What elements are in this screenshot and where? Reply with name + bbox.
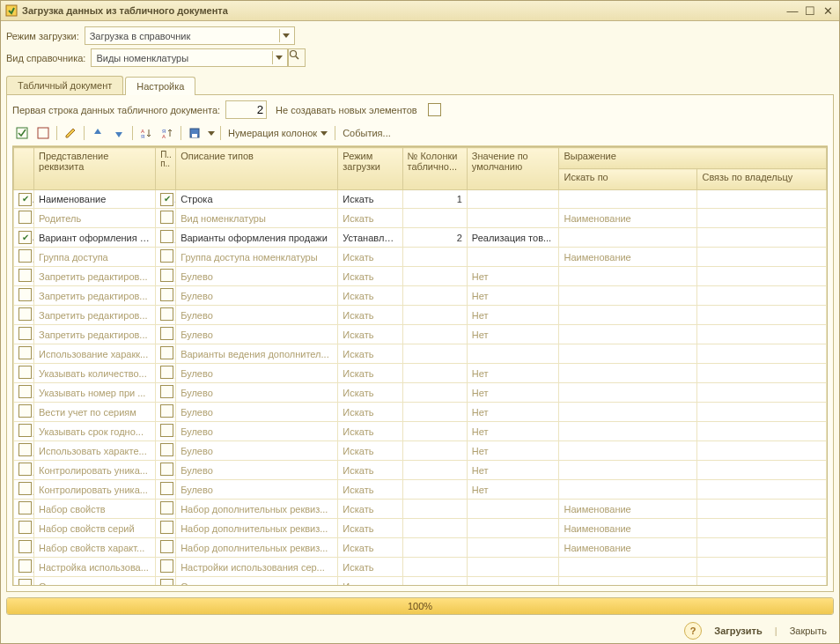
settings-grid[interactable]: Представление реквизита П.. п.. Описание… [12, 146, 828, 586]
load-mode-dropdown[interactable]: Загрузка в справочник [85, 26, 295, 45]
row-checkbox[interactable] [18, 521, 32, 534]
row-checkbox[interactable] [18, 559, 32, 573]
sort-asc-button[interactable]: АЯ [136, 124, 156, 142]
table-row[interactable]: Указывать срок годно...БулевоИскатьНет [14, 422, 827, 441]
row-search-checkbox[interactable] [160, 346, 173, 359]
row-checkbox[interactable] [18, 307, 32, 321]
row-checkbox[interactable] [18, 249, 32, 263]
col-owner[interactable]: Связь по владельцу [697, 169, 827, 190]
no-create-checkbox[interactable] [428, 103, 441, 116]
row-checkbox[interactable] [18, 482, 32, 495]
row-checkbox[interactable] [18, 327, 32, 340]
table-row[interactable]: Контролировать уника...БулевоИскатьНет [14, 461, 827, 480]
save-dropdown-button[interactable] [206, 124, 217, 142]
row-search-checkbox[interactable] [160, 249, 173, 263]
close-button[interactable]: ✕ [820, 4, 836, 18]
tab-settings[interactable]: Настройка [125, 77, 195, 95]
table-row[interactable]: Вести учет по сериямБулевоИскатьНет [14, 403, 827, 422]
col-search[interactable]: Искать по [559, 169, 697, 190]
row-search-checkbox[interactable] [160, 540, 173, 553]
row-checkbox[interactable] [18, 540, 32, 553]
uncheck-all-button[interactable] [33, 124, 53, 142]
row-search-checkbox[interactable] [160, 463, 173, 476]
save-settings-button[interactable] [185, 124, 204, 142]
check-all-button[interactable] [12, 124, 32, 142]
table-row[interactable]: Указывать количество...БулевоИскатьНет [14, 364, 827, 383]
row-search-checkbox[interactable] [160, 521, 173, 534]
row-checkbox[interactable] [18, 231, 32, 244]
row-checkbox[interactable] [18, 443, 32, 456]
table-row[interactable]: Запретить редактиров...БулевоИскатьНет [14, 267, 827, 286]
row-search-checkbox[interactable] [160, 404, 173, 418]
chevron-down-icon[interactable] [279, 29, 292, 42]
col-attr[interactable]: Представление реквизита [34, 148, 156, 190]
search-ref-button[interactable] [288, 48, 306, 67]
row-checkbox[interactable] [18, 366, 32, 379]
col-default[interactable]: Значение по умолчанию [467, 148, 559, 190]
row-search-checkbox[interactable] [160, 579, 173, 586]
row-search-checkbox[interactable] [160, 482, 173, 495]
col-check1[interactable] [14, 148, 34, 190]
tab-tabular-document[interactable]: Табличный документ [6, 76, 123, 94]
row-checkbox[interactable] [18, 463, 32, 476]
row-search-checkbox[interactable] [160, 327, 173, 340]
table-row[interactable]: ОписаниеСтрокаИскать [14, 577, 827, 587]
load-button[interactable]: Загрузить [707, 623, 770, 639]
edit-button[interactable] [61, 124, 80, 142]
table-row[interactable]: РодительВид номенклатурыИскатьНаименован… [14, 209, 827, 228]
table-row[interactable]: Указывать номер при ...БулевоИскатьНет [14, 383, 827, 403]
col-colno[interactable]: № Колонки таблично... [402, 148, 467, 190]
col-expr[interactable]: Выражение [559, 148, 827, 169]
sort-desc-button[interactable]: ЯА [158, 124, 177, 142]
column-numbering-dropdown[interactable]: Нумерация колонок [225, 128, 331, 138]
row-search-checkbox[interactable] [160, 193, 173, 206]
ref-kind-dropdown[interactable]: Виды номенклатуры [91, 48, 288, 67]
col-type[interactable]: Описание типов [176, 148, 338, 190]
table-row[interactable]: Запретить редактиров...БулевоИскатьНет [14, 286, 827, 306]
row-checkbox[interactable] [18, 404, 32, 418]
first-row-input[interactable] [225, 100, 267, 119]
maximize-button[interactable]: ☐ [802, 4, 818, 18]
row-search-checkbox[interactable] [160, 424, 173, 437]
row-search-checkbox[interactable] [160, 269, 173, 282]
chevron-down-icon[interactable] [272, 51, 285, 64]
table-row[interactable]: Вариант оформления п...Варианты оформлен… [14, 228, 827, 248]
table-row[interactable]: Запретить редактиров...БулевоИскатьНет [14, 325, 827, 344]
table-row[interactable]: Набор свойств характ...Набор дополнитель… [14, 538, 827, 558]
row-checkbox[interactable] [18, 269, 32, 282]
table-row[interactable]: Использовать характе...БулевоИскатьНет [14, 441, 827, 461]
row-checkbox[interactable] [18, 424, 32, 437]
move-down-button[interactable] [109, 124, 129, 142]
row-search-checkbox[interactable] [160, 501, 173, 514]
table-row[interactable]: Использование харакк...Варианты ведения … [14, 344, 827, 364]
minimize-button[interactable]: — [785, 4, 800, 18]
row-checkbox[interactable] [18, 193, 32, 206]
close-footer-button[interactable]: Закрыть [783, 623, 834, 639]
row-search-checkbox[interactable] [160, 443, 173, 456]
col-check2[interactable]: П.. п.. [156, 148, 176, 190]
help-button[interactable]: ? [684, 622, 702, 640]
table-row[interactable]: НаименованиеСтрокаИскать1 [14, 190, 827, 209]
row-checkbox[interactable] [18, 288, 32, 301]
move-up-button[interactable] [88, 124, 107, 142]
row-search-checkbox[interactable] [160, 230, 173, 243]
table-row[interactable]: Набор свойств серийНабор дополнительных … [14, 519, 827, 538]
row-search-checkbox[interactable] [160, 211, 173, 224]
table-row[interactable]: Запретить редактиров...БулевоИскатьНет [14, 306, 827, 325]
row-search-checkbox[interactable] [160, 366, 173, 379]
events-button[interactable]: События... [339, 128, 394, 138]
table-row[interactable]: Набор свойствНабор дополнительных реквиз… [14, 500, 827, 519]
row-checkbox[interactable] [18, 346, 32, 359]
row-checkbox[interactable] [18, 501, 32, 514]
table-row[interactable]: Настройка использова...Настройки использ… [14, 558, 827, 577]
row-checkbox[interactable] [18, 211, 32, 224]
row-search-checkbox[interactable] [160, 385, 173, 398]
col-mode[interactable]: Режим загрузки [338, 148, 402, 190]
row-checkbox[interactable] [18, 385, 32, 398]
table-row[interactable]: Группа доступаГруппа доступа номенклатур… [14, 248, 827, 267]
row-search-checkbox[interactable] [160, 559, 173, 573]
row-search-checkbox[interactable] [160, 307, 173, 321]
table-row[interactable]: Контролировать уника...БулевоИскатьНет [14, 480, 827, 500]
row-checkbox[interactable] [18, 579, 32, 586]
row-search-checkbox[interactable] [160, 288, 173, 301]
